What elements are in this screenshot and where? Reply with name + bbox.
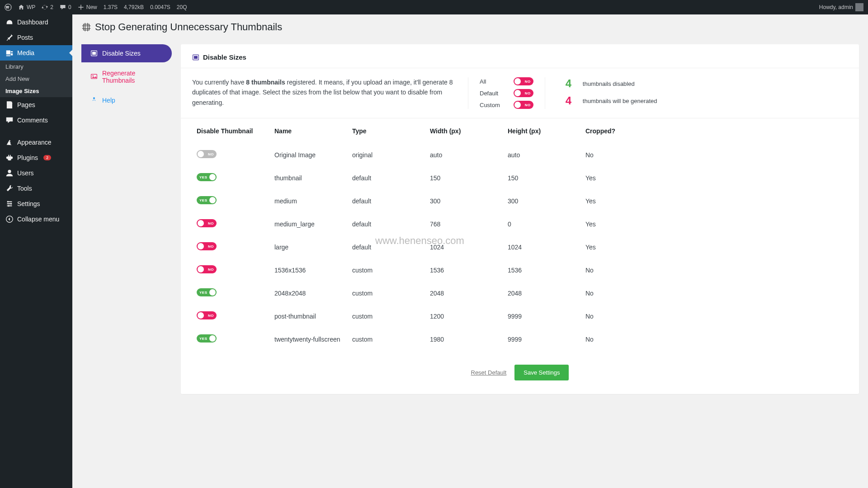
table-row: NO post-thumbnail custom 1200 9999 No bbox=[193, 305, 847, 327]
cell-width: 300 bbox=[426, 190, 503, 212]
cell-width: auto bbox=[426, 144, 503, 166]
row-toggle-medium-large[interactable]: NO bbox=[197, 219, 217, 227]
table-row: NO 1536x1536 custom 1536 1536 No bbox=[193, 259, 847, 281]
cell-cropped: No bbox=[582, 305, 847, 327]
row-toggle-2048x2048[interactable]: YES bbox=[197, 288, 217, 296]
comments-link[interactable]: 0 bbox=[60, 4, 71, 10]
debug-time[interactable]: 1.37S bbox=[104, 4, 118, 10]
cell-type: default bbox=[349, 213, 425, 235]
updates-link[interactable]: 2 bbox=[42, 4, 53, 10]
cell-type: default bbox=[349, 236, 425, 258]
row-toggle-post-thumbnail[interactable]: NO bbox=[197, 311, 217, 319]
col-width: Width (px) bbox=[426, 119, 503, 143]
cell-type: default bbox=[349, 190, 425, 212]
cell-height: 150 bbox=[504, 167, 581, 189]
cell-width: 150 bbox=[426, 167, 503, 189]
cell-cropped: Yes bbox=[582, 236, 847, 258]
cell-name: twentytwenty-fullscreen bbox=[271, 328, 348, 350]
row-toggle-thumbnail[interactable]: YES bbox=[197, 173, 217, 181]
cell-height: 9999 bbox=[504, 305, 581, 327]
debug-query-time[interactable]: 0.0047S bbox=[150, 4, 170, 10]
cell-cropped: No bbox=[582, 282, 847, 304]
svg-rect-11 bbox=[194, 56, 198, 58]
new-link[interactable]: New bbox=[78, 4, 97, 10]
cell-cropped: Yes bbox=[582, 190, 847, 212]
admin-bar: WP 2 0 New 1.37S 4,792kB 0.0047S 20Q How… bbox=[0, 0, 868, 14]
save-settings-button[interactable]: Save Settings bbox=[514, 365, 569, 380]
plugins-icon bbox=[5, 154, 14, 162]
sidebar-item-dashboard[interactable]: Dashboard bbox=[0, 14, 72, 30]
group-toggle-default[interactable]: NO bbox=[514, 89, 533, 97]
row-toggle-medium[interactable]: YES bbox=[197, 196, 217, 204]
wp-logo[interactable] bbox=[5, 4, 12, 11]
cell-width: 1536 bbox=[426, 259, 503, 281]
reset-default-button[interactable]: Reset Default bbox=[471, 365, 507, 380]
cell-cropped: Yes bbox=[582, 167, 847, 189]
svg-rect-4 bbox=[84, 24, 90, 30]
cell-width: 768 bbox=[426, 213, 503, 235]
sidebar-item-posts[interactable]: Posts bbox=[0, 30, 72, 45]
sidebar-item-appearance[interactable]: Appearance bbox=[0, 135, 72, 150]
cell-type: original bbox=[349, 144, 425, 166]
settings-card: Disable Sizes You currently have 8 thumb… bbox=[181, 44, 859, 394]
dashboard-icon bbox=[5, 18, 14, 26]
pin-icon bbox=[5, 33, 14, 42]
cell-name: post-thumbnail bbox=[271, 305, 348, 327]
panel-nav-disable-sizes[interactable]: Disable Sizes bbox=[81, 44, 172, 62]
table-row: NO large default 1024 1024 Yes bbox=[193, 236, 847, 258]
panel-nav: Disable SizesRegenerate ThumbnailsHelp bbox=[81, 44, 172, 394]
site-home[interactable]: WP bbox=[18, 4, 35, 10]
help-nav-icon bbox=[90, 97, 98, 104]
svg-point-2 bbox=[8, 170, 11, 173]
group-toggle-label: All bbox=[480, 78, 486, 85]
col-height: Height (px) bbox=[504, 119, 581, 143]
cell-height: 9999 bbox=[504, 328, 581, 350]
group-toggle-all[interactable]: NO bbox=[514, 77, 533, 85]
row-toggle-large[interactable]: NO bbox=[197, 242, 217, 250]
group-toggle-custom[interactable]: NO bbox=[514, 101, 533, 109]
cell-height: auto bbox=[504, 144, 581, 166]
cell-height: 2048 bbox=[504, 282, 581, 304]
sidebar-item-media[interactable]: Media bbox=[0, 45, 72, 61]
debug-mem[interactable]: 4,792kB bbox=[124, 4, 144, 10]
sidebar-item-collapse-menu[interactable]: Collapse menu bbox=[0, 211, 72, 227]
stat-list: 4thumbnails disabled4thumbnails will be … bbox=[559, 77, 657, 109]
cell-height: 1024 bbox=[504, 236, 581, 258]
stat-number: 4 bbox=[566, 77, 575, 90]
table-row: YES medium default 300 300 Yes bbox=[193, 190, 847, 212]
cell-type: custom bbox=[349, 328, 425, 350]
cell-name: 2048x2048 bbox=[271, 282, 348, 304]
user-greeting[interactable]: Howdy, admin bbox=[819, 3, 863, 11]
panel-nav-regenerate-thumbnails[interactable]: Regenerate Thumbnails bbox=[81, 64, 172, 89]
cell-type: custom bbox=[349, 305, 425, 327]
sidebar-item-users[interactable]: Users bbox=[0, 165, 72, 181]
comments-icon bbox=[5, 116, 14, 124]
group-toggle-label: Custom bbox=[480, 102, 500, 108]
cell-width: 2048 bbox=[426, 282, 503, 304]
stat-number: 4 bbox=[566, 94, 575, 107]
cell-type: custom bbox=[349, 282, 425, 304]
submenu-item-image-sizes[interactable]: Image Sizes bbox=[0, 85, 72, 97]
row-toggle-1536x1536[interactable]: NO bbox=[197, 265, 217, 273]
sidebar-item-settings[interactable]: Settings bbox=[0, 196, 72, 211]
collapse-icon bbox=[5, 215, 14, 223]
submenu-item-add-new[interactable]: Add New bbox=[0, 73, 72, 85]
col-name: Name bbox=[271, 119, 348, 143]
avatar bbox=[855, 3, 863, 11]
debug-queries[interactable]: 20Q bbox=[177, 4, 187, 10]
sidebar-item-plugins[interactable]: Plugins2 bbox=[0, 150, 72, 165]
table-row: NO medium_large default 768 0 Yes bbox=[193, 213, 847, 235]
sidebar-item-pages[interactable]: Pages bbox=[0, 97, 72, 113]
cell-width: 1980 bbox=[426, 328, 503, 350]
pages-icon bbox=[5, 101, 14, 109]
sidebar-item-comments[interactable]: Comments bbox=[0, 113, 72, 128]
row-toggle-twentytwenty-fullscreen[interactable]: YES bbox=[197, 334, 217, 343]
panel-nav-help[interactable]: Help bbox=[81, 91, 172, 109]
thumbnail-table: Disable Thumbnail Name Type Width (px) H… bbox=[181, 118, 859, 351]
sidebar-item-tools[interactable]: Tools bbox=[0, 181, 72, 196]
page-title: Stop Generating Unnecessary Thumbnails bbox=[81, 21, 859, 33]
svg-point-9 bbox=[93, 97, 95, 99]
cell-height: 300 bbox=[504, 190, 581, 212]
cell-width: 1200 bbox=[426, 305, 503, 327]
submenu-item-library[interactable]: Library bbox=[0, 61, 72, 73]
